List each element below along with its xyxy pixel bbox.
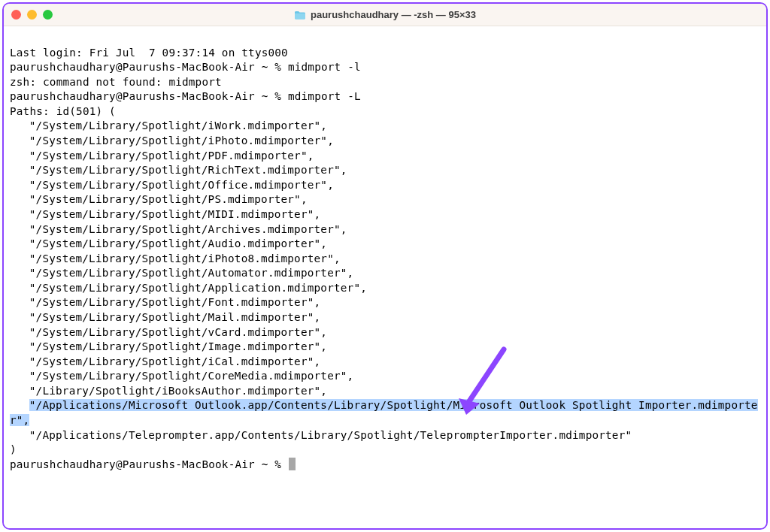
prompt-prefix: paurushchaudhary@Paurushs-MacBook-Air ~ … (10, 61, 288, 73)
window-titlebar[interactable]: paurushchaudhary — -zsh — 95×33 (4, 4, 766, 26)
prompt-prefix: paurushchaudhary@Paurushs-MacBook-Air ~ … (10, 458, 288, 470)
cursor-block (289, 458, 296, 470)
path-item: "/System/Library/Spotlight/iPhoto8.mdimp… (10, 252, 760, 267)
path-item: "/System/Library/Spotlight/Office.mdimpo… (10, 178, 760, 193)
path-item: "/System/Library/Spotlight/Image.mdimpor… (10, 340, 760, 355)
path-item: "/System/Library/Spotlight/Archives.mdim… (10, 222, 760, 237)
terminal-output[interactable]: Last login: Fri Jul 7 09:37:14 on ttys00… (4, 26, 766, 528)
command-2: mdimport -L (288, 90, 361, 102)
path-item: "/System/Library/Spotlight/Application.m… (10, 281, 760, 296)
maximize-icon[interactable] (43, 10, 53, 20)
window-title-text: paurushchaudhary — -zsh — 95×33 (311, 9, 476, 20)
path-item: "/System/Library/Spotlight/Mail.mdimport… (10, 310, 760, 325)
prompt-prefix: paurushchaudhary@Paurushs-MacBook-Air ~ … (10, 90, 288, 102)
post-highlight-path: "/Applications/Teleprompter.app/Contents… (10, 428, 760, 443)
traffic-lights (11, 10, 53, 20)
close-icon[interactable] (11, 10, 21, 20)
path-item: "/System/Library/Spotlight/Font.mdimport… (10, 295, 760, 310)
path-item: "/System/Library/Spotlight/iCal.mdimport… (10, 355, 760, 370)
path-item: "/System/Library/Spotlight/iWork.mdimpor… (10, 119, 760, 134)
paths-list: "/System/Library/Spotlight/iWork.mdimpor… (10, 119, 760, 398)
home-folder-icon (294, 10, 306, 20)
path-item: "/System/Library/Spotlight/Automator.mdi… (10, 266, 760, 281)
prompt-line-2: paurushchaudhary@Paurushs-MacBook-Air ~ … (10, 89, 760, 104)
last-login-line: Last login: Fri Jul 7 09:37:14 on ttys00… (10, 46, 760, 61)
path-item: "/System/Library/Spotlight/MIDI.mdimport… (10, 207, 760, 222)
highlighted-path: "/Applications/Microsoft Outlook.app/Con… (10, 398, 760, 428)
window-title: paurushchaudhary — -zsh — 95×33 (294, 9, 476, 20)
path-item: "/System/Library/Spotlight/CoreMedia.mdi… (10, 369, 760, 384)
path-item: "/System/Library/Spotlight/PS.mdimporter… (10, 192, 760, 207)
prompt-line-3: paurushchaudhary@Paurushs-MacBook-Air ~ … (10, 458, 760, 473)
terminal-window: paurushchaudhary — -zsh — 95×33 Last log… (2, 2, 768, 530)
prompt-line-1: paurushchaudhary@Paurushs-MacBook-Air ~ … (10, 60, 760, 75)
paths-close: ) (10, 443, 760, 458)
path-item: "/Library/Spotlight/iBooksAuthor.mdimpor… (10, 384, 760, 399)
minimize-icon[interactable] (27, 10, 37, 20)
path-item: "/System/Library/Spotlight/PDF.mdimporte… (10, 149, 760, 164)
path-item: "/System/Library/Spotlight/RichText.mdim… (10, 163, 760, 178)
path-item: "/System/Library/Spotlight/vCard.mdimpor… (10, 325, 760, 340)
path-item: "/System/Library/Spotlight/iPhoto.mdimpo… (10, 134, 760, 149)
paths-header: Paths: id(501) ( (10, 104, 760, 119)
path-item: "/System/Library/Spotlight/Audio.mdimpor… (10, 237, 760, 252)
command-1: midmport -l (288, 61, 361, 73)
error-line: zsh: command not found: midmport (10, 75, 760, 90)
